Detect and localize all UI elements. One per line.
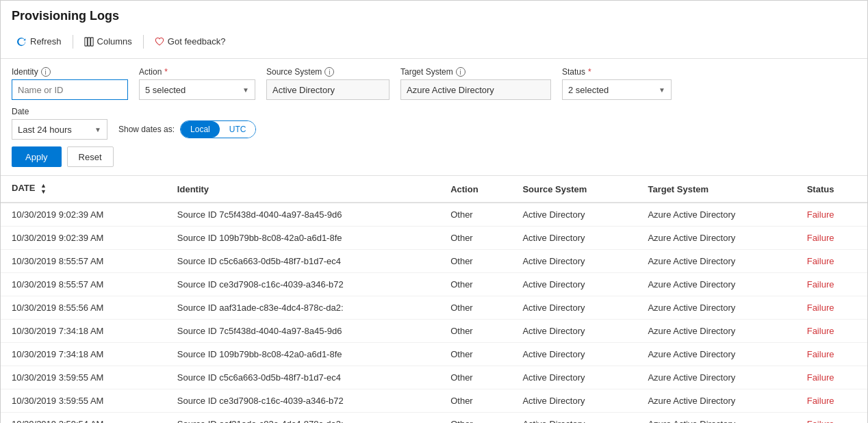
feedback-label: Got feedback? — [168, 36, 226, 47]
cell-target: Azure Active Directory — [637, 227, 795, 250]
cell-identity: Source ID ce3d7908-c16c-4039-a346-b72 — [166, 389, 439, 413]
identity-label: Identity i — [12, 67, 128, 77]
cell-action: Other — [439, 343, 511, 366]
cell-status: Failure — [796, 413, 867, 424]
cell-action: Other — [439, 296, 511, 320]
cell-target: Azure Active Directory — [637, 343, 795, 366]
table-row[interactable]: 10/30/2019 3:59:55 AM Source ID ce3d7908… — [1, 389, 867, 413]
cell-status: Failure — [796, 343, 867, 366]
toolbar: Refresh Columns Got feedback? — [12, 30, 856, 53]
table-row[interactable]: 10/30/2019 8:55:57 AM Source ID c5c6a663… — [1, 250, 867, 273]
action-select[interactable]: 5 selected ▼ — [139, 79, 255, 100]
cell-status: Failure — [796, 366, 867, 389]
columns-icon — [84, 37, 94, 47]
table-row[interactable]: 10/30/2019 9:02:39 AM Source ID 7c5f438d… — [1, 203, 867, 227]
date-label: Date — [12, 107, 107, 116]
apply-button[interactable]: Apply — [12, 146, 62, 167]
col-target-system: Target System — [637, 176, 795, 203]
reset-button[interactable]: Reset — [67, 146, 114, 167]
table-row[interactable]: 10/30/2019 3:59:54 AM Source ID aaf31ade… — [1, 413, 867, 424]
cell-target: Azure Active Directory — [637, 273, 795, 296]
date-row: Date Last 24 hours ▼ Show dates as: Loca… — [12, 107, 856, 140]
columns-button[interactable]: Columns — [79, 33, 138, 50]
action-value: 5 selected — [145, 85, 186, 95]
feedback-button[interactable]: Got feedback? — [149, 33, 231, 50]
cell-target: Azure Active Directory — [637, 389, 795, 413]
status-select[interactable]: 2 selected ▼ — [562, 79, 672, 100]
results-table-container: DATE ▲ ▼ Identity Action Source System T… — [1, 176, 867, 423]
cell-identity: Source ID 109b79bb-8c08-42a0-a6d1-8fe — [166, 343, 439, 366]
date-value: Last 24 hours — [18, 125, 72, 135]
cell-action: Other — [439, 250, 511, 273]
cell-status: Failure — [796, 389, 867, 413]
cell-date: 10/30/2019 8:55:57 AM — [1, 250, 166, 273]
cell-date: 10/30/2019 7:34:18 AM — [1, 343, 166, 366]
table-row[interactable]: 10/30/2019 7:34:18 AM Source ID 109b79bb… — [1, 343, 867, 366]
cell-identity: Source ID aaf31ade-c83e-4dc4-878c-da2: — [166, 296, 439, 320]
table-row[interactable]: 10/30/2019 9:02:39 AM Source ID 109b79bb… — [1, 227, 867, 250]
cell-target: Azure Active Directory — [637, 296, 795, 320]
cell-target: Azure Active Directory — [637, 250, 795, 273]
target-system-info-icon: i — [456, 67, 465, 77]
identity-filter-group: Identity i — [12, 67, 128, 100]
cell-status: Failure — [796, 203, 867, 227]
col-action: Action — [439, 176, 511, 203]
identity-input[interactable] — [12, 79, 128, 100]
show-dates-label: Show dates as: — [118, 125, 175, 134]
cell-date: 10/30/2019 3:59:55 AM — [1, 366, 166, 389]
action-row: Apply Reset — [12, 146, 856, 167]
local-toggle[interactable]: Local — [181, 121, 220, 138]
cell-status: Failure — [796, 273, 867, 296]
date-select[interactable]: Last 24 hours ▼ — [12, 119, 107, 140]
cell-source: Active Directory — [511, 227, 637, 250]
date-format-toggle[interactable]: Local UTC — [180, 120, 256, 138]
status-filter-group: Status * 2 selected ▼ — [562, 67, 672, 100]
cell-source: Active Directory — [511, 320, 637, 343]
date-sort-icon: ▲ ▼ — [40, 183, 47, 195]
cell-identity: Source ID c5c6a663-0d5b-48f7-b1d7-ec4 — [166, 366, 439, 389]
cell-action: Other — [439, 413, 511, 424]
table-body: 10/30/2019 9:02:39 AM Source ID 7c5f438d… — [1, 203, 867, 423]
svg-rect-2 — [90, 37, 93, 45]
source-system-info-icon: i — [324, 67, 334, 77]
cell-action: Other — [439, 273, 511, 296]
col-identity: Identity — [166, 176, 439, 203]
status-label: Status * — [562, 67, 672, 77]
target-system-filter-group: Target System i Azure Active Directory — [400, 67, 551, 100]
cell-identity: Source ID c5c6a663-0d5b-48f7-b1d7-ec4 — [166, 250, 439, 273]
identity-info-icon: i — [41, 67, 51, 77]
cell-source: Active Directory — [511, 389, 637, 413]
cell-identity: Source ID 7c5f438d-4040-4a97-8a45-9d6 — [166, 203, 439, 227]
cell-target: Azure Active Directory — [637, 320, 795, 343]
action-filter-group: Action * 5 selected ▼ — [139, 67, 255, 100]
action-required: * — [164, 67, 168, 77]
status-chevron-icon: ▼ — [659, 86, 665, 94]
cell-date: 10/30/2019 3:59:55 AM — [1, 389, 166, 413]
date-chevron-icon: ▼ — [94, 126, 101, 133]
table-row[interactable]: 10/30/2019 7:34:18 AM Source ID 7c5f438d… — [1, 320, 867, 343]
toolbar-divider-1 — [73, 35, 73, 49]
results-table: DATE ▲ ▼ Identity Action Source System T… — [1, 176, 867, 423]
status-value: 2 selected — [568, 85, 609, 95]
cell-source: Active Directory — [511, 273, 637, 296]
refresh-button[interactable]: Refresh — [12, 33, 67, 50]
show-dates-group: Show dates as: Local UTC — [118, 120, 256, 138]
source-system-value: Active Directory — [266, 79, 390, 100]
cell-source: Active Directory — [511, 296, 637, 320]
svg-rect-0 — [84, 37, 87, 45]
status-required: * — [588, 67, 591, 77]
table-row[interactable]: 10/30/2019 8:55:56 AM Source ID aaf31ade… — [1, 296, 867, 320]
table-row[interactable]: 10/30/2019 3:59:55 AM Source ID c5c6a663… — [1, 366, 867, 389]
page-title: Provisioning Logs — [12, 9, 856, 23]
cell-action: Other — [439, 320, 511, 343]
utc-toggle[interactable]: UTC — [220, 121, 256, 138]
cell-identity: Source ID 7c5f438d-4040-4a97-8a45-9d6 — [166, 320, 439, 343]
cell-status: Failure — [796, 320, 867, 343]
cell-action: Other — [439, 366, 511, 389]
cell-action: Other — [439, 389, 511, 413]
svg-rect-1 — [88, 37, 90, 45]
filter-row-1: Identity i Action * 5 selected ▼ Source … — [12, 67, 856, 100]
col-date[interactable]: DATE ▲ ▼ — [1, 176, 166, 203]
table-row[interactable]: 10/30/2019 8:55:57 AM Source ID ce3d7908… — [1, 273, 867, 296]
cell-identity: Source ID aaf31ade-c83e-4dc4-878c-da2: — [166, 413, 439, 424]
